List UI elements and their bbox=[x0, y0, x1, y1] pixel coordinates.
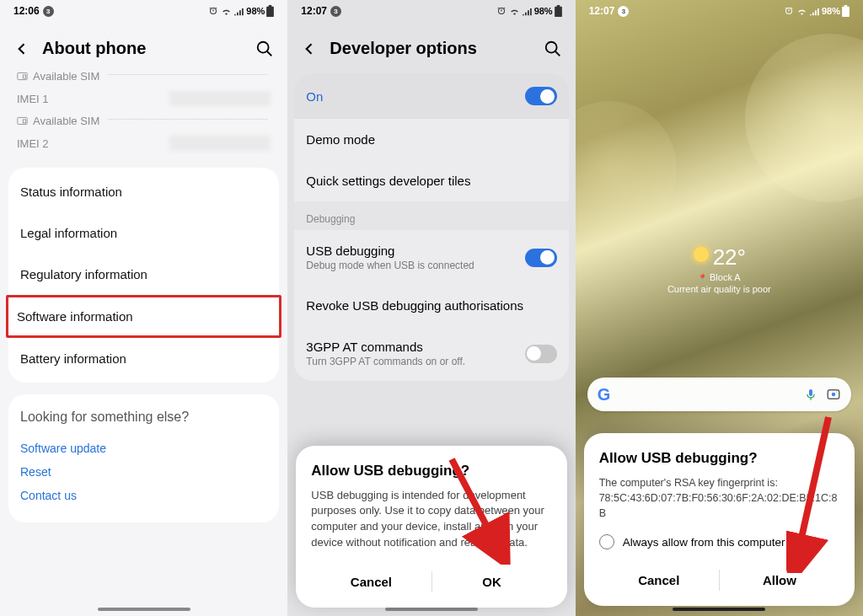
dialog-title: Allow USB debugging? bbox=[311, 463, 551, 479]
item-demo-mode[interactable]: Demo mode bbox=[294, 119, 568, 160]
weather-widget[interactable]: 22° 📍 Block A Current air quality is poo… bbox=[576, 244, 863, 294]
page-header: About phone bbox=[0, 22, 287, 70]
available-sim-2: Available SIM bbox=[33, 115, 99, 127]
imei-1-value-redacted bbox=[169, 91, 271, 106]
related-title: Looking for something else? bbox=[20, 410, 267, 425]
battery-icon bbox=[555, 5, 562, 17]
status-time: 12:07 bbox=[301, 5, 327, 17]
checkbox-icon[interactable] bbox=[599, 534, 614, 549]
svg-point-5 bbox=[545, 41, 556, 52]
status-bar: 12:07 3 98% bbox=[576, 0, 863, 22]
signal-icon bbox=[810, 7, 820, 16]
sim-icon bbox=[17, 72, 28, 81]
gpp-title: 3GPP AT commands bbox=[306, 340, 422, 354]
on-label: On bbox=[306, 89, 323, 104]
info-list-card: Status information Legal information Reg… bbox=[8, 168, 279, 383]
link-software-update[interactable]: Software update bbox=[20, 437, 267, 460]
location-name: Block A bbox=[710, 272, 741, 282]
item-regulatory-info[interactable]: Regulatory information bbox=[8, 254, 279, 295]
location-pin-icon: 📍 bbox=[698, 274, 707, 282]
battery-percent: 98% bbox=[246, 6, 265, 16]
svg-rect-2 bbox=[23, 75, 25, 78]
imei-1-label: IMEI 1 bbox=[17, 93, 49, 105]
sun-icon bbox=[693, 246, 710, 263]
back-icon[interactable] bbox=[13, 40, 30, 57]
signal-icon bbox=[523, 7, 533, 16]
phone-screen-about: 12:06 3 98% About phone Available SIM IM… bbox=[0, 0, 287, 616]
item-legal-info[interactable]: Legal information bbox=[8, 212, 279, 254]
page-title: Developer options bbox=[330, 39, 531, 58]
search-icon[interactable] bbox=[544, 40, 562, 58]
wallpaper-bokeh bbox=[745, 34, 863, 202]
lens-icon[interactable] bbox=[826, 387, 841, 402]
svg-rect-4 bbox=[23, 120, 25, 123]
notification-dot-icon: 3 bbox=[618, 6, 629, 17]
cancel-button[interactable]: Cancel bbox=[599, 563, 719, 597]
toggle-on-icon[interactable] bbox=[525, 87, 557, 105]
item-status-info[interactable]: Status information bbox=[8, 171, 279, 212]
dev-options-master-toggle[interactable]: On bbox=[294, 73, 568, 119]
wifi-icon bbox=[509, 7, 520, 16]
phone-screen-lockscreen-dialog: 12:07 3 98% 22° 📍 Block A Current air qu… bbox=[576, 0, 863, 616]
home-indicator[interactable] bbox=[673, 608, 765, 611]
ok-button[interactable]: OK bbox=[432, 565, 552, 599]
gpp-sub: Turn 3GPP AT commands on or off. bbox=[306, 356, 465, 367]
annotation-arrow-icon bbox=[439, 455, 515, 565]
alarm-icon bbox=[784, 6, 794, 16]
search-icon[interactable] bbox=[255, 40, 274, 58]
item-usb-debugging[interactable]: USB debugging Debug mode when USB is con… bbox=[294, 230, 568, 285]
link-reset[interactable]: Reset bbox=[20, 460, 267, 484]
page-title: About phone bbox=[42, 39, 244, 58]
mic-icon[interactable] bbox=[804, 387, 817, 402]
svg-point-8 bbox=[836, 391, 838, 393]
svg-point-0 bbox=[258, 41, 269, 52]
usb-debug-title: USB debugging bbox=[306, 244, 394, 258]
available-sim-1: Available SIM bbox=[33, 70, 99, 83]
link-contact-us[interactable]: Contact us bbox=[20, 484, 267, 507]
alarm-icon bbox=[208, 6, 218, 16]
device-info-block: Available SIM IMEI 1 Available SIM IMEI … bbox=[0, 70, 287, 159]
wifi-icon bbox=[796, 7, 807, 16]
back-icon[interactable] bbox=[301, 40, 318, 57]
item-revoke-auth[interactable]: Revoke USB debugging authorisations bbox=[294, 285, 568, 326]
google-logo-icon: G bbox=[598, 385, 611, 404]
usb-debug-sub: Debug mode when USB is connected bbox=[306, 260, 474, 271]
imei-2-value-redacted bbox=[169, 136, 271, 151]
section-debugging: Debugging bbox=[294, 201, 568, 230]
temperature: 22° bbox=[713, 244, 746, 270]
status-time: 12:07 bbox=[589, 5, 615, 17]
signal-icon bbox=[234, 7, 244, 16]
imei-2-label: IMEI 2 bbox=[17, 137, 49, 150]
item-software-info[interactable]: Software information bbox=[6, 295, 281, 338]
wifi-icon bbox=[221, 7, 232, 16]
battery-icon bbox=[266, 5, 274, 17]
toggle-off-icon[interactable] bbox=[525, 345, 557, 363]
item-3gpp-commands[interactable]: 3GPP AT commands Turn 3GPP AT commands o… bbox=[294, 326, 568, 381]
alarm-icon bbox=[496, 6, 507, 16]
google-search-bar[interactable]: G bbox=[587, 378, 851, 411]
item-battery-info[interactable]: Battery information bbox=[8, 338, 279, 379]
always-allow-label: Always allow from this computer bbox=[623, 536, 785, 549]
settings-list: On Demo mode Quick settings developer ti… bbox=[294, 73, 568, 381]
battery-percent: 98% bbox=[822, 6, 840, 16]
home-indicator[interactable] bbox=[98, 608, 190, 611]
home-indicator[interactable] bbox=[385, 608, 478, 611]
notification-dot-icon: 3 bbox=[330, 6, 341, 17]
status-bar: 12:06 3 98% bbox=[0, 0, 287, 22]
phone-screen-dev-options: 12:07 3 98% Developer options On Demo mo… bbox=[287, 0, 575, 616]
usb-debug-dialog: Allow USB debugging? USB debugging is in… bbox=[296, 446, 566, 608]
sim-icon bbox=[17, 116, 28, 126]
related-links-card: Looking for something else? Software upd… bbox=[8, 394, 279, 522]
toggle-on-icon[interactable] bbox=[525, 249, 557, 267]
battery-icon bbox=[842, 5, 850, 17]
item-quick-tiles[interactable]: Quick settings developer tiles bbox=[294, 160, 568, 201]
status-bar: 12:07 3 98% bbox=[287, 0, 575, 22]
wallpaper-bokeh bbox=[576, 101, 677, 236]
status-icons bbox=[208, 6, 244, 16]
battery-percent: 98% bbox=[534, 6, 553, 16]
svg-point-7 bbox=[832, 393, 836, 397]
status-time: 12:06 bbox=[13, 5, 40, 17]
notification-dot-icon: 3 bbox=[43, 6, 54, 17]
dialog-body: USB debugging is intended for developmen… bbox=[311, 488, 551, 551]
cancel-button[interactable]: Cancel bbox=[311, 565, 431, 599]
